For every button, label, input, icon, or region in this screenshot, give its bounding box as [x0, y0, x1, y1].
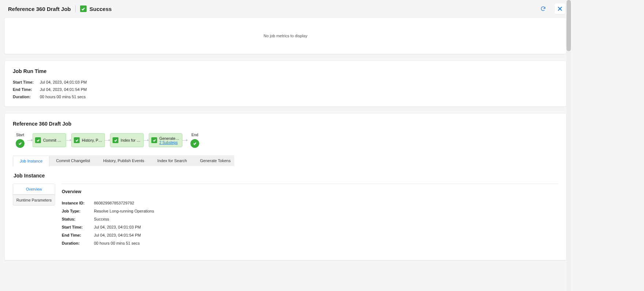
workflow-connector [144, 140, 149, 141]
overview-label: Start Time: [62, 225, 88, 229]
step-commit-changelist[interactable]: Commit Ch… [33, 133, 66, 147]
check-icon [16, 139, 24, 148]
check-icon [151, 137, 157, 143]
page-header: Reference 360 Draft Job Success [0, 0, 571, 18]
step-label: Generate T… [159, 136, 180, 141]
overview-row: Status: Success [62, 217, 558, 221]
job-status-label: Success [90, 6, 112, 12]
workflow-steps: Start Commit Ch… History, Pu… Index for … [13, 133, 558, 148]
overview-value: 00 hours 00 mins 51 secs [94, 241, 140, 245]
metrics-empty-text: No job metrics to display [264, 34, 307, 38]
overview-row: Instance ID: 860829987853729792 [62, 201, 558, 205]
step-label: Commit Ch… [43, 138, 64, 142]
tab-index-search[interactable]: Index for Search [151, 155, 194, 166]
vtab-runtime-params[interactable]: Runtime Parameters [13, 195, 55, 205]
refresh-button[interactable] [538, 4, 548, 14]
workflow-connector [66, 140, 71, 141]
job-status: Success [80, 5, 112, 12]
overview-row: Start Time: Jul 04, 2023, 04:01:03 PM [62, 225, 558, 229]
header-divider [75, 5, 76, 12]
overview-value: Resolve Long-running Operations [94, 209, 154, 213]
runtime-end-label: End Time: [13, 87, 35, 92]
overview-label: Status: [62, 217, 88, 221]
workflow-title: Reference 360 Draft Job [13, 121, 558, 127]
overview-label: End Time: [62, 233, 88, 237]
step-label: History, Pu… [82, 138, 102, 142]
overview-panel: Overview Instance ID: 860829987853729792… [62, 184, 558, 249]
runtime-row-duration: Duration: 00 hours 00 mins 51 secs [13, 95, 558, 99]
runtime-start-label: Start Time: [13, 80, 35, 84]
close-icon [557, 6, 562, 11]
overview-row: Duration: 00 hours 00 mins 51 secs [62, 241, 558, 245]
page-title: Reference 360 Draft Job [8, 6, 71, 12]
check-icon [190, 139, 199, 148]
runtime-row-start: Start Time: Jul 04, 2023, 04:01:03 PM [13, 80, 558, 84]
panel-divider [62, 184, 558, 184]
workflow-connector [105, 140, 110, 141]
refresh-icon [540, 6, 546, 12]
workflow-card: Reference 360 Draft Job Start Commit Ch…… [4, 113, 567, 260]
workflow-connector [27, 140, 33, 141]
tab-history-publish[interactable]: History, Publish Events [96, 155, 151, 166]
scrollbar[interactable] [567, 0, 571, 291]
runtime-duration-value: 00 hours 00 mins 51 secs [40, 95, 86, 99]
overview-value: 860829987853729792 [94, 201, 134, 205]
close-button[interactable] [555, 4, 565, 14]
check-icon [80, 5, 87, 12]
job-instance-vtabs: Overview Runtime Parameters [13, 184, 55, 206]
tab-job-instance[interactable]: Job Instance [13, 156, 49, 166]
step-label: Index for S… [121, 138, 141, 142]
runtime-end-value: Jul 04, 2023, 04:01:54 PM [40, 87, 87, 92]
metrics-card: No job metrics to display [4, 18, 567, 54]
overview-value: Jul 04, 2023, 04:01:54 PM [94, 233, 141, 237]
workflow-connector [182, 140, 187, 141]
check-icon [113, 137, 118, 143]
overview-label: Instance ID: [62, 201, 88, 205]
workflow-end: End [187, 133, 202, 148]
step-history-publish[interactable]: History, Pu… [71, 133, 105, 147]
workflow-start: Start [13, 133, 27, 148]
check-icon [35, 137, 41, 143]
step-substeps-link[interactable]: 2 Substeps [159, 141, 180, 145]
tab-commit-changelist[interactable]: Commit Changelist [49, 155, 96, 166]
runtime-card: Job Run Time Start Time: Jul 04, 2023, 0… [4, 61, 567, 107]
overview-row: End Time: Jul 04, 2023, 04:01:54 PM [62, 233, 558, 237]
workflow-end-label: End [192, 133, 198, 137]
check-icon [74, 137, 80, 143]
overview-label: Job Type: [62, 209, 88, 213]
workflow-tabs: Job Instance Commit Changelist History, … [13, 155, 558, 166]
overview-label: Duration: [62, 241, 88, 245]
overview-value: Success [94, 217, 109, 221]
runtime-duration-label: Duration: [13, 95, 35, 99]
overview-value: Jul 04, 2023, 04:01:03 PM [94, 225, 141, 229]
step-index-search[interactable]: Index for S… [110, 133, 144, 147]
runtime-title: Job Run Time [13, 68, 558, 74]
vtab-overview[interactable]: Overview [13, 184, 55, 195]
tab-generate-tokens[interactable]: Generate Tokens [193, 155, 234, 166]
workflow-start-label: Start [16, 133, 24, 137]
overview-row: Job Type: Resolve Long-running Operation… [62, 209, 558, 213]
job-instance-heading: Job Instance [14, 173, 558, 179]
overview-title: Overview [62, 189, 558, 194]
runtime-row-end: End Time: Jul 04, 2023, 04:01:54 PM [13, 87, 558, 92]
scrollbar-thumb[interactable] [567, 0, 571, 51]
step-generate-tokens[interactable]: Generate T… 2 Substeps [149, 133, 182, 147]
runtime-start-value: Jul 04, 2023, 04:01:03 PM [40, 80, 87, 84]
